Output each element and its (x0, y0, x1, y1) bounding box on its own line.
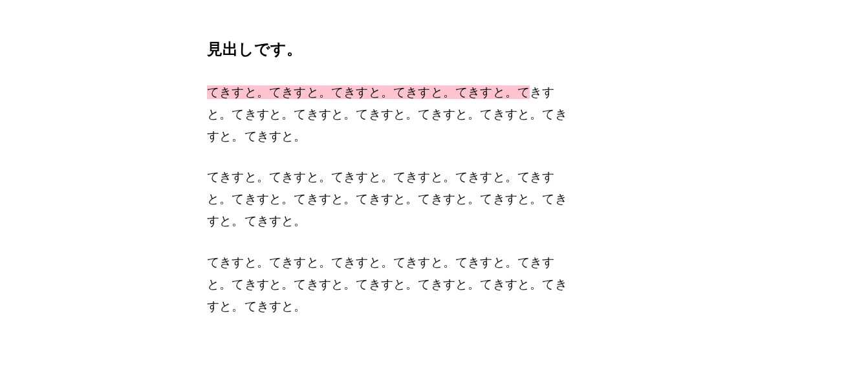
paragraph-1: てきすと。てきすと。てきすと。てきすと。てきすと。てきすと。てきすと。てきすと。… (207, 81, 576, 147)
document-content: 見出しです。 てきすと。てきすと。てきすと。てきすと。てきすと。てきすと。てきす… (207, 39, 576, 317)
paragraph-2: てきすと。てきすと。てきすと。てきすと。てきすと。てきすと。てきすと。てきすと。… (207, 166, 576, 232)
paragraph-1-highlighted: てきすと。てきすと。てきすと。てきすと。てきすと。て (207, 85, 530, 99)
heading: 見出しです。 (207, 39, 576, 59)
paragraph-3: てきすと。てきすと。てきすと。てきすと。てきすと。てきすと。てきすと。てきすと。… (207, 252, 576, 317)
